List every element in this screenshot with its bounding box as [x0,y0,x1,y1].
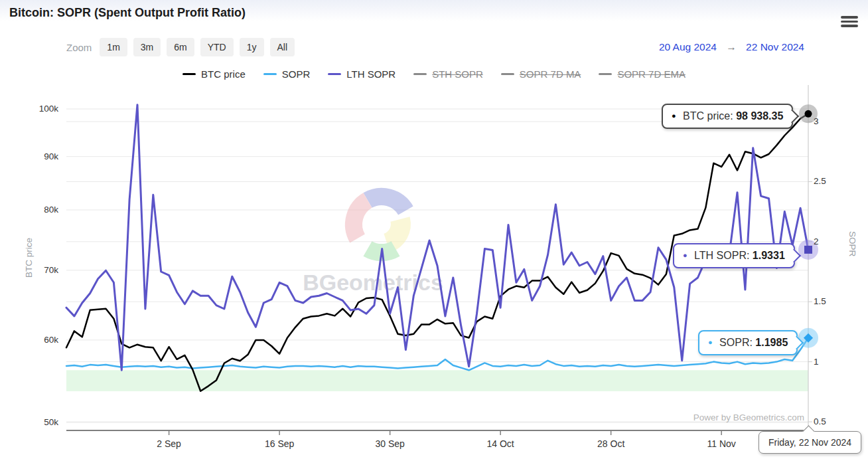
lth-sopr-tooltip: ● LTH SOPR: 1.9331 [673,243,795,268]
sopr-axis-label-0-5: 0.5 [814,416,847,426]
x-axis-label-11-nov: 11 Nov [695,438,748,449]
tooltip-label: LTH SOPR: [694,250,749,261]
left-axis-title: BTC price [24,238,34,278]
x-axis-label-16-sep: 16 Sep [253,438,306,449]
lth-end-marker[interactable] [804,246,812,254]
sopr-chart-page: Bitcoin: SOPR (Spent Output Profit Ratio… [0,0,868,459]
x-axis-label-28-oct: 28 Oct [585,438,638,449]
date-tooltip: Friday, 22 Nov 2024 [759,431,861,454]
sopr-axis-label-2-5: 2.5 [814,176,847,186]
bgeometrics-watermark-text: BGeometrics [303,270,443,295]
black-dot-icon: ● [672,112,676,120]
y-axis-label-100k: 100k [19,104,58,114]
y-axis-label-90k: 90k [19,151,58,161]
tooltip-date-text: Friday, 22 Nov 2024 [768,437,851,448]
btc-end-marker[interactable] [805,110,812,118]
sopr-axis-label-1: 1 [814,357,847,367]
tooltip-value: 98 938.35 [736,110,783,122]
tooltip-value: 1.1985 [755,337,788,348]
x-axis-label-30-sep: 30 Sep [364,438,417,449]
y-axis-label-60k: 60k [19,335,58,345]
loss-zone-band [66,370,808,391]
bgeometrics-watermark-logo [354,197,405,252]
sopr-line [66,338,808,371]
lth-sopr-line [66,105,808,371]
x-axis-label-14-oct: 14 Oct [474,438,527,449]
blue-dot-icon: ● [708,338,713,346]
right-axis-ticks [808,122,812,422]
chart-plot-area[interactable]: BGeometrics [0,0,868,459]
sopr-axis-label-3: 3 [814,116,847,126]
tooltip-label: SOPR: [719,337,753,348]
btc-price-tooltip: ● BTC price: 98 938.35 [662,104,793,129]
tooltip-value: 1.9331 [753,250,785,261]
y-axis-label-80k: 80k [19,205,58,215]
powered-by-credit: Power by BGeometrics.com [693,413,804,422]
tooltip-label: BTC price: [683,110,733,122]
sopr-axis-label-1-5: 1.5 [814,296,847,306]
sopr-tooltip: ● SOPR: 1.1985 [698,330,798,355]
purple-dot-icon: ● [683,251,687,259]
x-axis-ticks [169,430,722,435]
y-axis-label-50k: 50k [19,417,58,427]
x-axis-label-2-sep: 2 Sep [143,438,196,449]
sopr-axis-label-2: 2 [814,236,847,246]
right-axis-title: SOPR [847,231,857,256]
